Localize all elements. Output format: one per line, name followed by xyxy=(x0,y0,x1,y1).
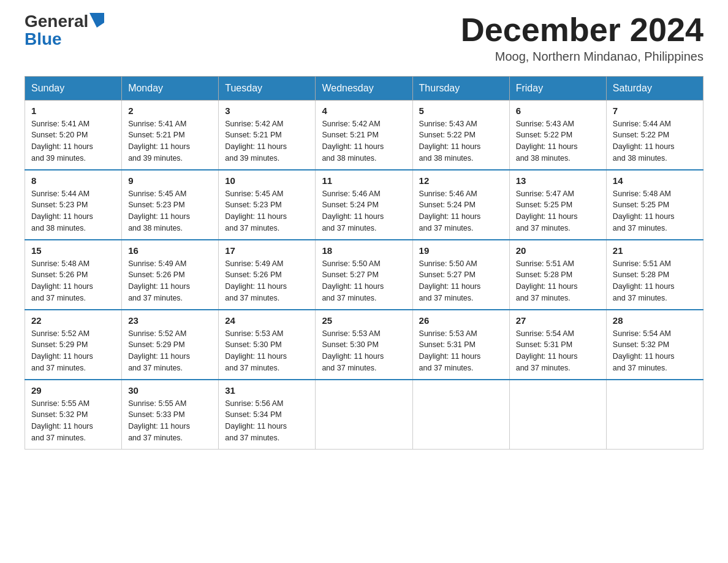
day-info: Sunrise: 5:47 AMSunset: 5:25 PMDaylight:… xyxy=(516,190,578,232)
day-number: 17 xyxy=(225,245,309,256)
calendar-cell: 25 Sunrise: 5:53 AMSunset: 5:30 PMDaylig… xyxy=(316,310,412,380)
calendar-header-row: SundayMondayTuesdayWednesdayThursdayFrid… xyxy=(25,76,703,100)
day-number: 29 xyxy=(31,385,115,396)
calendar-cell: 3 Sunrise: 5:42 AMSunset: 5:21 PMDayligh… xyxy=(219,100,316,170)
day-info: Sunrise: 5:49 AMSunset: 5:26 PMDaylight:… xyxy=(128,259,190,302)
day-number: 14 xyxy=(613,175,697,186)
day-info: Sunrise: 5:48 AMSunset: 5:25 PMDaylight:… xyxy=(613,190,675,232)
day-number: 2 xyxy=(128,105,212,116)
calendar-cell: 7 Sunrise: 5:44 AMSunset: 5:22 PMDayligh… xyxy=(606,100,703,170)
calendar-cell: 26 Sunrise: 5:53 AMSunset: 5:31 PMDaylig… xyxy=(412,310,509,380)
calendar-cell: 16 Sunrise: 5:49 AMSunset: 5:26 PMDaylig… xyxy=(122,240,219,310)
calendar-cell: 15 Sunrise: 5:48 AMSunset: 5:26 PMDaylig… xyxy=(25,240,122,310)
calendar-week-row: 15 Sunrise: 5:48 AMSunset: 5:26 PMDaylig… xyxy=(25,240,703,310)
logo-blue-text: Blue xyxy=(25,30,62,49)
header-wednesday: Wednesday xyxy=(316,76,412,100)
day-number: 5 xyxy=(419,105,503,116)
day-info: Sunrise: 5:45 AMSunset: 5:23 PMDaylight:… xyxy=(128,190,190,232)
day-info: Sunrise: 5:56 AMSunset: 5:34 PMDaylight:… xyxy=(225,399,287,442)
day-info: Sunrise: 5:50 AMSunset: 5:27 PMDaylight:… xyxy=(419,259,481,302)
header-tuesday: Tuesday xyxy=(219,76,316,100)
calendar-cell: 11 Sunrise: 5:46 AMSunset: 5:24 PMDaylig… xyxy=(316,170,412,240)
day-info: Sunrise: 5:51 AMSunset: 5:28 PMDaylight:… xyxy=(516,259,578,302)
day-number: 13 xyxy=(516,175,600,186)
day-number: 1 xyxy=(31,105,115,116)
day-info: Sunrise: 5:54 AMSunset: 5:32 PMDaylight:… xyxy=(613,329,675,372)
day-number: 10 xyxy=(225,175,309,186)
calendar-cell xyxy=(316,380,412,450)
day-number: 15 xyxy=(31,245,115,256)
day-info: Sunrise: 5:41 AMSunset: 5:20 PMDaylight:… xyxy=(31,120,93,163)
calendar-cell: 8 Sunrise: 5:44 AMSunset: 5:23 PMDayligh… xyxy=(25,170,122,240)
logo-block: General Blue xyxy=(25,12,104,49)
day-info: Sunrise: 5:55 AMSunset: 5:33 PMDaylight:… xyxy=(128,399,190,442)
calendar-week-row: 29 Sunrise: 5:55 AMSunset: 5:32 PMDaylig… xyxy=(25,380,703,450)
calendar-cell xyxy=(412,380,509,450)
day-info: Sunrise: 5:44 AMSunset: 5:23 PMDaylight:… xyxy=(31,190,93,232)
day-number: 6 xyxy=(516,105,600,116)
day-number: 19 xyxy=(419,245,503,256)
day-number: 11 xyxy=(322,175,406,186)
day-info: Sunrise: 5:46 AMSunset: 5:24 PMDaylight:… xyxy=(322,190,384,232)
calendar-cell: 29 Sunrise: 5:55 AMSunset: 5:32 PMDaylig… xyxy=(25,380,122,450)
header-saturday: Saturday xyxy=(606,76,703,100)
calendar-cell: 1 Sunrise: 5:41 AMSunset: 5:20 PMDayligh… xyxy=(25,100,122,170)
header-friday: Friday xyxy=(509,76,606,100)
day-number: 25 xyxy=(322,315,406,326)
day-info: Sunrise: 5:50 AMSunset: 5:27 PMDaylight:… xyxy=(322,259,384,302)
day-info: Sunrise: 5:53 AMSunset: 5:30 PMDaylight:… xyxy=(225,329,287,372)
calendar-cell: 24 Sunrise: 5:53 AMSunset: 5:30 PMDaylig… xyxy=(219,310,316,380)
day-info: Sunrise: 5:53 AMSunset: 5:30 PMDaylight:… xyxy=(322,329,384,372)
day-number: 31 xyxy=(225,385,309,396)
day-number: 23 xyxy=(128,315,212,326)
title-block: December 2024 Moog, Northern Mindanao, P… xyxy=(461,12,703,64)
logo-triangle-icon xyxy=(89,13,104,28)
calendar-cell: 4 Sunrise: 5:42 AMSunset: 5:21 PMDayligh… xyxy=(316,100,412,170)
month-year-title: December 2024 xyxy=(461,12,703,47)
day-number: 3 xyxy=(225,105,309,116)
header-thursday: Thursday xyxy=(412,76,509,100)
header-sunday: Sunday xyxy=(25,76,122,100)
day-number: 28 xyxy=(613,315,697,326)
calendar-cell: 10 Sunrise: 5:45 AMSunset: 5:23 PMDaylig… xyxy=(219,170,316,240)
day-number: 27 xyxy=(516,315,600,326)
top-header: General Blue December 2024 Moog, Norther… xyxy=(25,12,703,64)
day-info: Sunrise: 5:46 AMSunset: 5:24 PMDaylight:… xyxy=(419,190,481,232)
calendar-cell: 12 Sunrise: 5:46 AMSunset: 5:24 PMDaylig… xyxy=(412,170,509,240)
location-text: Moog, Northern Mindanao, Philippines xyxy=(461,50,703,64)
day-info: Sunrise: 5:48 AMSunset: 5:26 PMDaylight:… xyxy=(31,259,93,302)
day-number: 30 xyxy=(128,385,212,396)
day-number: 7 xyxy=(613,105,697,116)
calendar-cell: 18 Sunrise: 5:50 AMSunset: 5:27 PMDaylig… xyxy=(316,240,412,310)
calendar-cell: 30 Sunrise: 5:55 AMSunset: 5:33 PMDaylig… xyxy=(122,380,219,450)
day-number: 21 xyxy=(613,245,697,256)
calendar-cell: 31 Sunrise: 5:56 AMSunset: 5:34 PMDaylig… xyxy=(219,380,316,450)
calendar-week-row: 22 Sunrise: 5:52 AMSunset: 5:29 PMDaylig… xyxy=(25,310,703,380)
day-info: Sunrise: 5:52 AMSunset: 5:29 PMDaylight:… xyxy=(128,329,190,372)
calendar-cell: 17 Sunrise: 5:49 AMSunset: 5:26 PMDaylig… xyxy=(219,240,316,310)
day-info: Sunrise: 5:53 AMSunset: 5:31 PMDaylight:… xyxy=(419,329,481,372)
day-info: Sunrise: 5:42 AMSunset: 5:21 PMDaylight:… xyxy=(225,120,287,163)
calendar-week-row: 1 Sunrise: 5:41 AMSunset: 5:20 PMDayligh… xyxy=(25,100,703,170)
day-info: Sunrise: 5:45 AMSunset: 5:23 PMDaylight:… xyxy=(225,190,287,232)
day-info: Sunrise: 5:52 AMSunset: 5:29 PMDaylight:… xyxy=(31,329,93,372)
day-number: 20 xyxy=(516,245,600,256)
calendar-cell: 14 Sunrise: 5:48 AMSunset: 5:25 PMDaylig… xyxy=(606,170,703,240)
calendar-cell: 5 Sunrise: 5:43 AMSunset: 5:22 PMDayligh… xyxy=(412,100,509,170)
day-info: Sunrise: 5:54 AMSunset: 5:31 PMDaylight:… xyxy=(516,329,578,372)
day-info: Sunrise: 5:49 AMSunset: 5:26 PMDaylight:… xyxy=(225,259,287,302)
day-info: Sunrise: 5:42 AMSunset: 5:21 PMDaylight:… xyxy=(322,120,384,163)
svg-marker-0 xyxy=(89,13,104,28)
day-number: 12 xyxy=(419,175,503,186)
calendar-cell: 23 Sunrise: 5:52 AMSunset: 5:29 PMDaylig… xyxy=(122,310,219,380)
day-number: 9 xyxy=(128,175,212,186)
calendar-cell: 20 Sunrise: 5:51 AMSunset: 5:28 PMDaylig… xyxy=(509,240,606,310)
calendar-cell: 27 Sunrise: 5:54 AMSunset: 5:31 PMDaylig… xyxy=(509,310,606,380)
day-number: 4 xyxy=(322,105,406,116)
day-number: 18 xyxy=(322,245,406,256)
calendar-week-row: 8 Sunrise: 5:44 AMSunset: 5:23 PMDayligh… xyxy=(25,170,703,240)
day-info: Sunrise: 5:51 AMSunset: 5:28 PMDaylight:… xyxy=(613,259,675,302)
day-number: 26 xyxy=(419,315,503,326)
calendar-cell: 28 Sunrise: 5:54 AMSunset: 5:32 PMDaylig… xyxy=(606,310,703,380)
day-info: Sunrise: 5:44 AMSunset: 5:22 PMDaylight:… xyxy=(613,120,675,163)
